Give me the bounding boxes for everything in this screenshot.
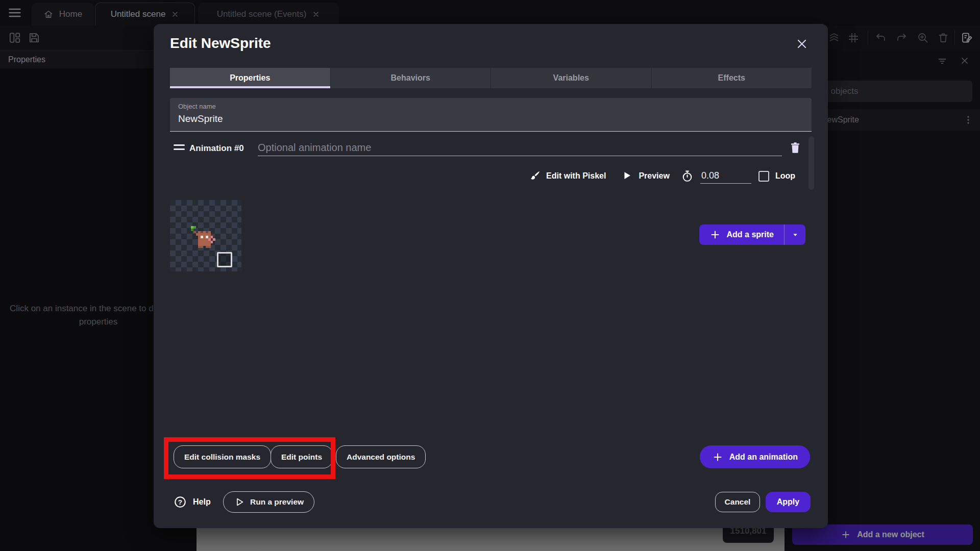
- add-sprite-label: Add a sprite: [727, 230, 774, 239]
- plus-icon: [712, 452, 723, 463]
- add-animation-button[interactable]: Add an animation: [700, 445, 810, 468]
- red-annotation-rectangle: [164, 437, 335, 479]
- svg-text:?: ?: [178, 498, 182, 506]
- edit-with-piskel-button[interactable]: Edit with Piskel: [525, 170, 610, 182]
- animation-toolbar: Edit with Piskel Preview Loop: [525, 166, 795, 186]
- help-label: Help: [193, 497, 211, 507]
- dialog-title: Edit NewSprite: [170, 35, 271, 52]
- add-animation-label: Add an animation: [729, 453, 798, 462]
- help-button[interactable]: ? Help: [174, 491, 211, 513]
- object-name-label: Object name: [178, 103, 216, 110]
- help-icon: ?: [174, 495, 187, 509]
- caret-down-icon[interactable]: [784, 224, 805, 245]
- add-sprite-button[interactable]: Add a sprite: [699, 224, 805, 245]
- run-preview-button[interactable]: Run a preview: [223, 491, 314, 513]
- dialog-tabs: Properties Behaviors Variables Effects: [170, 68, 812, 88]
- brush-icon: [529, 170, 541, 182]
- animation-label: Animation #0: [189, 143, 244, 154]
- apply-button[interactable]: Apply: [766, 492, 811, 512]
- preview-button[interactable]: Preview: [617, 170, 673, 182]
- object-name-field: Object name: [170, 98, 812, 132]
- close-icon[interactable]: [795, 37, 808, 51]
- loop-label: Loop: [775, 171, 795, 181]
- play-icon: [621, 170, 633, 182]
- tab-effects[interactable]: Effects: [652, 68, 812, 88]
- plus-icon: [709, 229, 721, 240]
- time-between-frames-input[interactable]: [700, 168, 751, 184]
- play-outline-icon: [234, 496, 245, 508]
- run-preview-label: Run a preview: [250, 497, 304, 507]
- advanced-options-button[interactable]: Advanced options: [336, 445, 426, 468]
- edit-sprite-dialog: Edit NewSprite Properties Behaviors Vari…: [154, 24, 828, 528]
- pig-sprite-image: [188, 223, 218, 253]
- tab-properties[interactable]: Properties: [170, 68, 331, 88]
- loop-checkbox[interactable]: [758, 171, 769, 182]
- preview-label: Preview: [639, 171, 669, 181]
- object-name-input[interactable]: [178, 113, 791, 124]
- edit-with-piskel-label: Edit with Piskel: [546, 171, 606, 181]
- tab-variables[interactable]: Variables: [491, 68, 652, 88]
- animation-name-input[interactable]: [258, 139, 782, 156]
- delete-animation-icon[interactable]: [789, 140, 802, 156]
- tab-behaviors[interactable]: Behaviors: [331, 68, 492, 88]
- timer-icon: [681, 170, 693, 182]
- dialog-scrollbar[interactable]: [808, 136, 814, 190]
- cancel-button[interactable]: Cancel: [715, 492, 760, 512]
- sprite-frame-thumbnail[interactable]: [170, 200, 241, 271]
- drag-handle-icon[interactable]: [174, 144, 185, 152]
- frame-select-checkbox[interactable]: [217, 252, 232, 267]
- gdevelop-app: Home Untitled scene Untitled scene (Even…: [0, 0, 980, 551]
